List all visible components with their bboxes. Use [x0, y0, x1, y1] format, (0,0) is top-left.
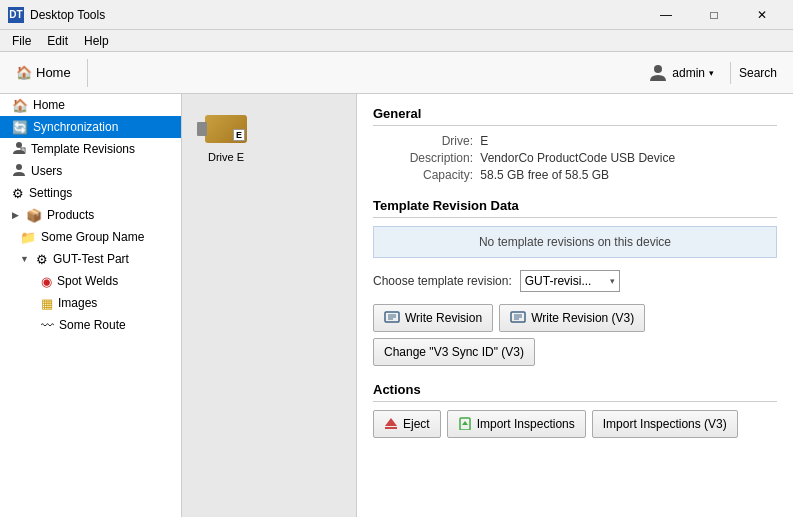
menu-file[interactable]: File	[4, 32, 39, 50]
dropdown-value: GUT-revisi...	[525, 274, 606, 288]
sidebar-item-users[interactable]: Users	[0, 160, 181, 182]
svg-point-5	[16, 164, 22, 170]
window-controls: — □ ✕	[643, 0, 785, 30]
svg-marker-14	[385, 418, 397, 426]
eject-icon	[384, 416, 398, 433]
title-bar: DT Desktop Tools — □ ✕	[0, 0, 793, 30]
sidebar-sync-label: Synchronization	[33, 120, 173, 134]
svg-point-0	[654, 65, 662, 73]
svg-marker-17	[462, 421, 468, 425]
products-chevron-icon: ▶	[12, 210, 19, 220]
drive-e-item[interactable]: E Drive E	[186, 102, 266, 172]
spot-welds-icon: ◉	[41, 274, 52, 289]
template-data-title: Template Revision Data	[373, 198, 777, 218]
sidebar-products-label: Products	[47, 208, 173, 222]
write-revision-v3-label: Write Revision (V3)	[531, 311, 634, 325]
drive-label: Drive E	[208, 151, 244, 163]
usb-plug	[197, 122, 207, 136]
sidebar-images-label: Images	[58, 296, 173, 310]
gut-chevron-icon: ▼	[20, 254, 29, 264]
menu-edit[interactable]: Edit	[39, 32, 76, 50]
eject-label: Eject	[403, 417, 430, 431]
sidebar-item-sync[interactable]: 🔄 Synchronization	[0, 116, 181, 138]
products-icon: 📦	[26, 208, 42, 223]
import-inspections-button[interactable]: Import Inspections	[447, 410, 586, 438]
write-revision-v3-icon	[510, 310, 526, 327]
import-inspections-v3-button[interactable]: Import Inspections (V3)	[592, 410, 738, 438]
admin-label: admin	[672, 66, 705, 80]
actions-section-title: Actions	[373, 382, 777, 402]
sidebar: 🏠 Home 🔄 Synchronization Template Revisi…	[0, 94, 182, 517]
main-layout: 🏠 Home 🔄 Synchronization Template Revisi…	[0, 94, 793, 517]
import-inspections-v3-label: Import Inspections (V3)	[603, 417, 727, 431]
sidebar-settings-label: Settings	[29, 186, 173, 200]
usb-body: E	[205, 115, 247, 143]
sidebar-item-gut-test-part[interactable]: ▼ ⚙ GUT-Test Part	[0, 248, 181, 270]
change-sync-id-button[interactable]: Change "V3 Sync ID" (V3)	[373, 338, 535, 366]
template-icon	[12, 141, 26, 158]
sidebar-route-label: Some Route	[59, 318, 173, 332]
sidebar-item-settings[interactable]: ⚙ Settings	[0, 182, 181, 204]
drive-info-value: E	[480, 134, 488, 148]
no-revisions-notice: No template revisions on this device	[373, 226, 777, 258]
sidebar-item-home[interactable]: 🏠 Home	[0, 94, 181, 116]
revision-action-buttons: Write Revision Write Revision (V3) C	[373, 304, 777, 366]
admin-chevron-icon: ▾	[709, 68, 714, 78]
import-inspections-label: Import Inspections	[477, 417, 575, 431]
choose-revision-row: Choose template revision: GUT-revisi... …	[373, 270, 777, 292]
sidebar-home-label: Home	[33, 98, 173, 112]
home-sidebar-icon: 🏠	[12, 98, 28, 113]
import-icon	[458, 416, 472, 433]
general-section-title: General	[373, 106, 777, 126]
folder-icon: 📁	[20, 230, 36, 245]
admin-button[interactable]: admin ▾	[640, 59, 722, 87]
sidebar-template-label: Template Revisions	[31, 142, 173, 156]
menu-help[interactable]: Help	[76, 32, 117, 50]
description-value: VendorCo ProductCode USB Device	[480, 151, 675, 165]
change-sync-id-label: Change "V3 Sync ID" (V3)	[384, 345, 524, 359]
person-icon	[648, 63, 668, 83]
sidebar-item-images[interactable]: ▦ Images	[0, 292, 181, 314]
template-revision-dropdown[interactable]: GUT-revisi... ▾	[520, 270, 620, 292]
template-section: Template Revision Data No template revis…	[373, 198, 777, 366]
capacity-label: Capacity:	[373, 168, 473, 182]
sidebar-users-label: Users	[31, 164, 173, 178]
toolbar-separator	[87, 59, 88, 87]
drive-panel: E Drive E	[182, 94, 357, 517]
svg-rect-15	[385, 427, 397, 429]
users-icon	[12, 163, 26, 180]
home-label: Home	[36, 65, 71, 80]
gut-icon: ⚙	[36, 252, 48, 267]
write-revision-v3-button[interactable]: Write Revision (V3)	[499, 304, 645, 332]
capacity-row: Capacity: 58.5 GB free of 58.5 GB	[373, 168, 777, 182]
sidebar-item-products[interactable]: ▶ 📦 Products	[0, 204, 181, 226]
drive-info-row: Drive: E	[373, 134, 777, 148]
route-icon: 〰	[41, 318, 54, 333]
write-revision-label: Write Revision	[405, 311, 482, 325]
sync-icon: 🔄	[12, 120, 28, 135]
choose-label: Choose template revision:	[373, 274, 512, 288]
svg-point-1	[16, 142, 22, 148]
drive-icon: E	[202, 111, 250, 147]
eject-button[interactable]: Eject	[373, 410, 441, 438]
sidebar-item-spot-welds[interactable]: ◉ Spot Welds	[0, 270, 181, 292]
sidebar-gut-label: GUT-Test Part	[53, 252, 173, 266]
minimize-button[interactable]: —	[643, 0, 689, 30]
toolbar: 🏠 Home admin ▾ Search	[0, 52, 793, 94]
home-toolbar-button[interactable]: 🏠 Home	[8, 61, 79, 84]
description-row: Description: VendorCo ProductCode USB De…	[373, 151, 777, 165]
home-icon: 🏠	[16, 65, 32, 80]
search-button[interactable]: Search	[730, 62, 785, 84]
capacity-value: 58.5 GB free of 58.5 GB	[480, 168, 609, 182]
close-button[interactable]: ✕	[739, 0, 785, 30]
actions-buttons: Eject Import Inspections Import Inspecti…	[373, 410, 777, 438]
window-title: Desktop Tools	[30, 8, 643, 22]
sidebar-item-some-group[interactable]: 📁 Some Group Name	[0, 226, 181, 248]
sidebar-spot-welds-label: Spot Welds	[57, 274, 173, 288]
images-icon: ▦	[41, 296, 53, 311]
sidebar-item-template-revisions[interactable]: Template Revisions	[0, 138, 181, 160]
write-revision-button[interactable]: Write Revision	[373, 304, 493, 332]
sidebar-item-some-route[interactable]: 〰 Some Route	[0, 314, 181, 336]
menu-bar: File Edit Help	[0, 30, 793, 52]
maximize-button[interactable]: □	[691, 0, 737, 30]
